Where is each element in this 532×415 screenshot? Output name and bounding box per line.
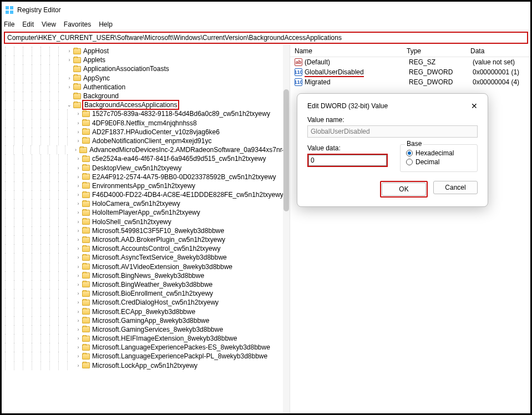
tree-item[interactable]: ›Microsoft.CredDialogHost_cw5n1h2txyewy <box>4 298 290 307</box>
chevron-right-icon[interactable]: › <box>75 237 82 242</box>
folder-icon <box>82 362 90 368</box>
tree-item[interactable]: ›Microsoft.AccountsControl_cw5n1h2txyewy <box>4 244 290 253</box>
chevron-right-icon[interactable]: › <box>75 336 82 341</box>
chevron-right-icon[interactable]: › <box>75 353 82 359</box>
tree-item[interactable]: ›Microsoft.LanguageExperiencePackes-ES_8… <box>4 343 290 352</box>
tree-item[interactable]: ›Microsoft.549981C3F5F10_8wekyb3d8bbwe <box>4 226 290 235</box>
chevron-right-icon[interactable]: › <box>75 264 82 270</box>
tree-item[interactable]: ›HoloShell_cw5n1h2txyewy <box>4 217 290 226</box>
chevron-right-icon[interactable]: › <box>66 48 73 54</box>
tree-scrollbar[interactable] <box>283 45 290 413</box>
tree-item[interactable]: ›EnvironmentsApp_cw5n1h2txyewy <box>4 181 290 190</box>
value-row[interactable]: 110MigratedREG_DWORD0x00000004 (4) <box>290 77 530 87</box>
tree-item[interactable]: ›Microsoft.HEIFImageExtension_8wekyb3d8b… <box>4 334 290 343</box>
tree-item[interactable]: ›AdvancedMicroDevicesInc-2.AMDRadeonSoft… <box>4 145 290 154</box>
valuename-label: Value name: <box>307 116 478 124</box>
chevron-right-icon[interactable]: › <box>66 84 73 90</box>
tree-label: EnvironmentsApp_cw5n1h2txyewy <box>92 182 195 190</box>
menu-view[interactable]: View <box>42 21 56 28</box>
tree-item[interactable]: ›E2A4F912-2574-4A75-9BB0-0D023378592B_cw… <box>4 173 290 181</box>
tree-item[interactable]: ›Microsoft.BioEnrollment_cw5n1h2txyewy <box>4 289 290 298</box>
tree-item[interactable]: ›Microsoft.BingWeather_8wekyb3d8bbwe <box>4 280 290 289</box>
tree-item[interactable]: ›DesktopView_cw5n1h2txyewy <box>4 163 290 172</box>
tree-item[interactable]: ›Microsoft.GamingServices_8wekyb3d8bbwe <box>4 325 290 334</box>
radio-hex[interactable]: Hexadecimal <box>406 149 472 157</box>
chevron-right-icon[interactable]: › <box>75 129 82 135</box>
tree-label: AdvancedMicroDevicesInc-2.AMDRadeonSoftw… <box>89 146 290 154</box>
tree-item[interactable]: ›AppSync <box>4 74 290 83</box>
chevron-right-icon[interactable]: › <box>75 156 82 161</box>
tree-label: Authentication <box>83 83 125 91</box>
folder-icon <box>73 75 81 81</box>
folder-icon <box>82 291 90 297</box>
chevron-right-icon[interactable]: › <box>75 138 82 144</box>
col-type[interactable]: Type <box>407 47 470 55</box>
chevron-right-icon[interactable]: › <box>66 75 73 81</box>
chevron-right-icon[interactable]: › <box>75 273 82 279</box>
menu-file[interactable]: File <box>4 21 14 28</box>
chevron-right-icon[interactable]: › <box>75 318 82 323</box>
tree-item[interactable]: ›1527c705-839a-4832-9118-54d4Bd6a0c89_cw… <box>4 109 290 118</box>
tree-item[interactable]: ›Microsoft.AV1VideoExtension_8wekyb3d8bb… <box>4 262 290 271</box>
tree-item[interactable]: ›AppHost <box>4 47 290 55</box>
chevron-right-icon[interactable]: › <box>75 291 82 296</box>
chevron-right-icon[interactable]: › <box>75 210 82 215</box>
tree-item[interactable]: ›Microsoft.AAD.BrokerPlugin_cw5n1h2txyew… <box>4 235 290 244</box>
tree-item[interactable]: ›c5e2524a-ea46-4f67-841f-6a9465d9d515_cw… <box>4 154 290 163</box>
chevron-right-icon[interactable]: › <box>75 174 82 180</box>
tree-item[interactable]: Background <box>4 92 290 100</box>
chevron-right-icon[interactable]: › <box>75 363 82 368</box>
tree-item[interactable]: ›Microsoft.AsyncTextService_8wekyb3d8bbw… <box>4 253 290 262</box>
tree-item[interactable]: ›4DF9E0F8.Netflix_mcm4njqhnhss8 <box>4 119 290 128</box>
tree-item[interactable]: ›Microsoft.GamingApp_8wekyb3d8bbwe <box>4 316 290 325</box>
chevron-down-icon[interactable]: ⌄ <box>66 102 73 108</box>
radio-dec[interactable]: Decimal <box>406 158 472 166</box>
chevron-right-icon[interactable]: › <box>75 345 82 350</box>
chevron-right-icon[interactable]: › <box>75 219 82 225</box>
valuedata-input[interactable] <box>308 155 387 166</box>
chevron-right-icon[interactable]: › <box>75 165 82 171</box>
tree-item[interactable]: ›Microsoft.LockApp_cw5n1h2txyewy <box>4 361 290 370</box>
tree-item[interactable]: ApplicationAssociationToasts <box>4 64 290 73</box>
tree-item[interactable]: ›F46D4000-FD22-4DB4-AC8E-4E1DDDE828FE_cw… <box>4 190 290 199</box>
ok-button[interactable]: OK <box>382 183 426 196</box>
chevron-right-icon[interactable]: › <box>73 147 79 153</box>
col-data[interactable]: Data <box>470 47 530 55</box>
chevron-right-icon[interactable]: › <box>75 246 82 251</box>
value-type: REG_SZ <box>409 58 473 66</box>
close-icon[interactable]: ✕ <box>471 102 478 110</box>
cancel-button[interactable]: Cancel <box>433 181 478 194</box>
col-name[interactable]: Name <box>290 47 407 55</box>
folder-icon <box>82 246 90 252</box>
chevron-right-icon[interactable]: › <box>75 111 82 117</box>
chevron-right-icon[interactable]: › <box>75 255 82 260</box>
svg-rect-0 <box>6 6 9 9</box>
tree-item[interactable]: ›Microsoft.ECApp_8wekyb3d8bbwe <box>4 307 290 316</box>
chevron-right-icon[interactable]: › <box>75 201 82 206</box>
value-row[interactable]: ab(Default)REG_SZ(value not set) <box>290 57 530 67</box>
tree-item[interactable]: ›AdobeNotificationClient_enpm4xejd91yc <box>4 136 290 145</box>
tree-item[interactable]: ›HoloCamera_cw5n1h2txyewy <box>4 199 290 208</box>
tree-item[interactable]: ›Microsoft.LanguageExperiencePackpl-PL_8… <box>4 352 290 361</box>
tree-item[interactable]: ›AD2F1837.HPAudioCenter_v10z8vjag6ke6 <box>4 128 290 136</box>
chevron-right-icon[interactable]: › <box>75 300 82 305</box>
tree-item[interactable]: ›Microsoft.BingNews_8wekyb3d8bbwe <box>4 271 290 280</box>
folder-icon <box>82 308 90 315</box>
chevron-right-icon[interactable]: › <box>75 282 82 287</box>
chevron-right-icon[interactable]: › <box>75 327 82 332</box>
tree-item[interactable]: ⌄BackgroundAccessApplications <box>4 100 290 109</box>
value-row[interactable]: 110GlobalUserDisabledREG_DWORD0x00000001… <box>290 67 530 77</box>
chevron-right-icon[interactable]: › <box>75 228 82 234</box>
chevron-right-icon[interactable]: › <box>75 183 82 189</box>
tree-item[interactable]: ›Authentication <box>4 83 290 92</box>
menu-edit[interactable]: Edit <box>22 21 34 28</box>
chevron-right-icon[interactable]: › <box>75 120 82 126</box>
chevron-right-icon[interactable]: › <box>66 57 73 63</box>
chevron-right-icon[interactable]: › <box>75 192 82 198</box>
chevron-right-icon[interactable]: › <box>75 309 82 315</box>
address-bar[interactable]: Computer\HKEY_CURRENT_USER\Software\Micr… <box>4 32 528 44</box>
menu-favorites[interactable]: Favorites <box>64 21 91 28</box>
tree-item[interactable]: ›Applets <box>4 55 290 64</box>
menu-help[interactable]: Help <box>99 21 113 28</box>
tree-item[interactable]: ›HoloItemPlayerApp_cw5n1h2txyewy <box>4 208 290 217</box>
